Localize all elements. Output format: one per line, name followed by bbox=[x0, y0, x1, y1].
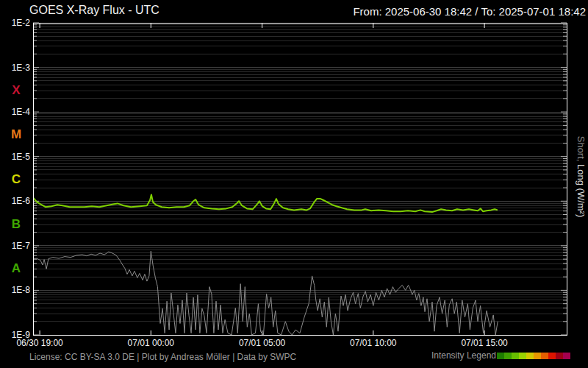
class-letter-C: C bbox=[12, 172, 21, 186]
x-tick-label: 06/30 19:00 bbox=[16, 338, 63, 348]
y-tick-label: 1E-4 bbox=[12, 107, 31, 117]
intensity-legend-swatch bbox=[541, 353, 548, 359]
class-letter-M: M bbox=[11, 127, 21, 141]
y-tick-label: 1E-6 bbox=[12, 196, 31, 206]
y-tick-label: 1E-7 bbox=[12, 241, 31, 251]
x-tick-label: 07/01 00:00 bbox=[128, 338, 175, 348]
intensity-legend-swatch bbox=[548, 353, 556, 359]
intensity-legend-swatch bbox=[497, 353, 504, 359]
y-tick-label: 1E-2 bbox=[12, 18, 31, 28]
intensity-legend-swatch bbox=[504, 353, 512, 359]
intensity-legend-swatch bbox=[563, 353, 570, 359]
intensity-legend-swatch bbox=[526, 353, 534, 359]
y-tick-label: 1E-3 bbox=[12, 63, 31, 73]
y-tick-label: 1E-8 bbox=[12, 285, 31, 295]
intensity-legend-swatch bbox=[556, 353, 563, 359]
xray-flux-chart: 1E-21E-31E-41E-51E-61E-71E-81E-9XMCBA06/… bbox=[0, 0, 588, 368]
intensity-legend-swatch bbox=[512, 353, 519, 359]
x-tick-label: 07/01 10:00 bbox=[350, 338, 397, 348]
class-letter-A: A bbox=[12, 261, 21, 275]
right-axis-unit-label: Short, Long (W/m²) bbox=[576, 136, 587, 218]
intensity-legend: Intensity Legend bbox=[431, 350, 570, 361]
x-tick-label: 07/01 15:00 bbox=[461, 338, 508, 348]
intensity-legend-colorbar bbox=[497, 353, 570, 359]
intensity-legend-swatch bbox=[534, 353, 541, 359]
class-letter-X: X bbox=[12, 83, 21, 97]
y-tick-label: 1E-5 bbox=[12, 152, 31, 162]
intensity-legend-swatch bbox=[519, 353, 526, 359]
x-tick-label: 07/01 05:00 bbox=[239, 338, 286, 348]
license-credits-text: License: CC BY-SA 3.0 DE | Plot by Andre… bbox=[29, 352, 296, 362]
class-letter-B: B bbox=[12, 217, 21, 231]
intensity-legend-label: Intensity Legend bbox=[431, 350, 496, 361]
